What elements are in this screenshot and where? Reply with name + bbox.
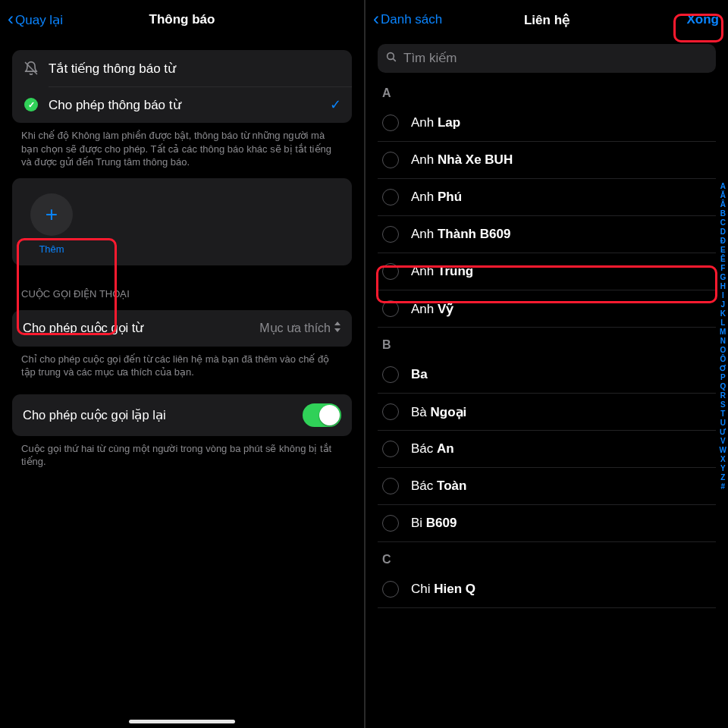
contact-name: Anh Thành B609 [411, 227, 510, 242]
index-letter[interactable]: Ơ [720, 364, 726, 372]
search-icon [385, 51, 397, 66]
repeat-calls-switch[interactable] [303, 403, 341, 427]
plus-icon: + [30, 193, 73, 236]
silence-option[interactable]: Tắt tiếng thông báo từ [12, 50, 352, 86]
index-letter[interactable]: L [720, 318, 726, 327]
calls-from-value: Mục ưa thích [259, 321, 341, 335]
index-letter[interactable]: Y [720, 464, 726, 472]
index-letter[interactable]: Ă [720, 191, 726, 199]
repeat-calls-label: Cho phép cuộc gọi lặp lại [23, 408, 293, 422]
back-button[interactable]: ‹ Danh sách [373, 11, 442, 28]
contact-picker-pane: ‹ Danh sách Liên hệ Xong AAnh LapAnh Nhà… [364, 0, 728, 728]
contact-name: Anh Trung [411, 264, 473, 279]
index-letter[interactable]: T [720, 410, 726, 418]
back-label: Danh sách [381, 12, 442, 27]
contact-row[interactable]: Anh Lap [378, 105, 716, 142]
back-button[interactable]: ‹ Quay lại [8, 11, 63, 28]
radio-icon [382, 152, 399, 168]
contact-row[interactable]: Anh Trung [378, 253, 716, 290]
index-letter[interactable]: P [720, 373, 726, 381]
nav-bar: ‹ Quay lại Thông báo [0, 0, 364, 39]
contact-name: Anh Phú [411, 190, 462, 205]
done-button[interactable]: Xong [687, 12, 720, 27]
contact-row[interactable]: Bác Toàn [378, 468, 716, 505]
index-letter[interactable]: Ô [720, 355, 726, 363]
index-letter[interactable]: W [720, 446, 726, 454]
index-letter[interactable]: O [720, 346, 726, 354]
search-field[interactable] [378, 44, 716, 73]
index-letter[interactable]: B [720, 209, 726, 218]
index-letter[interactable]: X [720, 455, 726, 463]
index-letter[interactable]: H [720, 282, 726, 290]
svg-line-2 [393, 58, 395, 61]
radio-icon [382, 581, 399, 598]
radio-icon [382, 263, 399, 280]
radio-icon [382, 115, 399, 131]
index-letter[interactable]: N [720, 337, 726, 345]
contact-row[interactable]: Bà Ngoại [378, 394, 716, 431]
radio-icon [382, 226, 399, 243]
index-letter[interactable]: E [720, 246, 726, 254]
index-letter[interactable]: C [720, 218, 726, 227]
contact-row[interactable]: Chi Hien Q [378, 571, 716, 608]
index-letter[interactable]: S [720, 400, 726, 409]
index-letter[interactable]: Â [720, 200, 726, 209]
contact-name: Bi B609 [411, 516, 457, 531]
contact-row[interactable]: Bác An [378, 431, 716, 468]
contact-list[interactable]: AAnh LapAnh Nhà Xe BUHAnh PhúAnh Thành B… [366, 86, 728, 608]
contact-row[interactable]: Ba [378, 356, 716, 394]
radio-icon [382, 441, 399, 457]
index-letter[interactable]: I [720, 291, 726, 300]
search-input[interactable] [403, 51, 708, 66]
updown-chevron-icon [334, 322, 341, 334]
allow-option[interactable]: ✓ Cho phép thông báo từ ✓ [12, 86, 352, 123]
contact-row[interactable]: Anh Vỹ [378, 290, 716, 328]
repeat-calls-footer: Cuộc gọi thứ hai từ cùng một người trong… [21, 442, 343, 469]
repeat-calls-card: Cho phép cuộc gọi lặp lại [12, 394, 352, 436]
checkmark-icon: ✓ [330, 96, 341, 113]
back-label: Quay lại [15, 12, 63, 28]
index-letter[interactable]: # [720, 482, 726, 491]
index-bar[interactable]: AĂÂBCDĐEÊFGHIJKLMNOÔƠPQRSTUƯVWXYZ# [720, 182, 726, 491]
index-letter[interactable]: D [720, 228, 726, 236]
contact-row[interactable]: Anh Thành B609 [378, 216, 716, 253]
index-letter[interactable]: V [720, 437, 726, 445]
calls-from-label: Cho phép cuộc gọi từ [23, 321, 250, 335]
add-people-card: + Thêm [12, 178, 352, 265]
calls-section-header: CUỘC GỌI ĐIỆN THOẠI [21, 288, 343, 300]
contact-row[interactable]: Anh Nhà Xe BUH [378, 142, 716, 179]
contact-row[interactable]: Anh Phú [378, 179, 716, 216]
bell-slash-icon [23, 61, 39, 76]
contact-name: Chi Hien Q [411, 582, 475, 597]
home-indicator[interactable] [129, 720, 235, 723]
index-letter[interactable]: J [720, 300, 726, 309]
index-letter[interactable]: Q [720, 382, 726, 391]
shield-check-icon: ✓ [23, 98, 39, 111]
calls-from-row[interactable]: Cho phép cuộc gọi từ Mục ưa thích [12, 310, 352, 347]
add-button[interactable]: + Thêm [26, 193, 77, 255]
index-letter[interactable]: M [720, 328, 726, 336]
index-letter[interactable]: G [720, 273, 726, 281]
index-letter[interactable]: R [720, 391, 726, 400]
contact-name: Anh Lap [411, 115, 460, 130]
index-letter[interactable]: A [720, 182, 726, 190]
index-letter[interactable]: Z [720, 473, 726, 482]
index-letter[interactable]: Ê [720, 255, 726, 263]
index-letter[interactable]: Ư [720, 428, 726, 436]
contact-name: Anh Nhà Xe BUH [411, 152, 513, 168]
index-letter[interactable]: K [720, 309, 726, 318]
radio-icon [382, 366, 399, 383]
calls-from-card: Cho phép cuộc gọi từ Mục ưa thích [12, 310, 352, 347]
contact-name: Anh Vỹ [411, 301, 453, 317]
notification-mode-card: Tắt tiếng thông báo từ ✓ Cho phép thông … [12, 50, 352, 123]
contact-row[interactable]: Bi B609 [378, 505, 716, 542]
index-letter[interactable]: U [720, 419, 726, 427]
group-header: B [382, 338, 716, 352]
index-letter[interactable]: F [720, 264, 726, 272]
contact-name: Ba [411, 367, 428, 382]
add-label: Thêm [39, 243, 64, 255]
radio-icon [382, 403, 399, 420]
index-letter[interactable]: Đ [720, 237, 726, 245]
radio-icon [382, 478, 399, 494]
calls-from-footer: Chỉ cho phép cuộc gọi đến từ các liên hệ… [21, 353, 343, 379]
